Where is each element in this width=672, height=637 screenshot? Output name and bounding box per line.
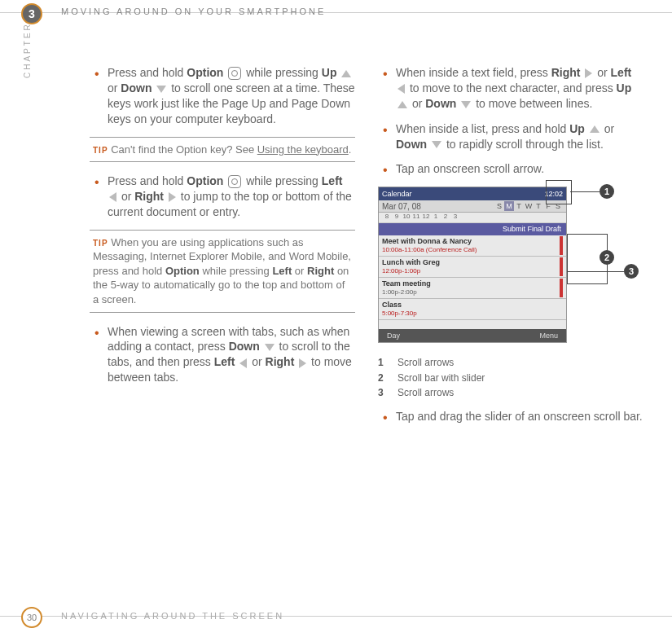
option-key-icon [228, 175, 241, 188]
callout-line [567, 271, 624, 272]
page-number-badge: 30 [21, 607, 42, 628]
device-softkeys: Day Menu [379, 329, 566, 342]
tip-box: TIP Can't find the Option key? See Using… [90, 137, 355, 163]
list-item: When inside a list, press and hold Up or… [378, 121, 643, 152]
list-item: Tap an onscreen scroll arrow. [378, 161, 643, 177]
device-titlebar: Calendar 12:02 [379, 187, 566, 200]
callout-badge-1: 1 [600, 184, 614, 199]
up-arrow-icon [397, 101, 407, 108]
device-hour-row: 89101112123 [379, 213, 566, 223]
list-item: Tap and drag the slider of an onscreen s… [378, 409, 643, 424]
legend-row: 3Scroll arrows [378, 386, 643, 399]
right-arrow-icon [585, 68, 592, 78]
device-event-row: Class 5:00p-7:30p [379, 299, 566, 320]
callout-line [570, 191, 600, 192]
left-column: Press and hold Option while pressing Up … [90, 65, 355, 434]
list-item: Press and hold Option while pressing Lef… [90, 174, 355, 220]
down-arrow-icon [432, 141, 441, 148]
legend-row: 1Scroll arrows [378, 356, 643, 369]
down-arrow-icon [461, 101, 471, 108]
tip-label: TIP [93, 239, 108, 248]
callout-box [546, 180, 572, 204]
right-arrow-icon [299, 358, 306, 368]
list-item: When viewing a screen with tabs, such as… [90, 324, 355, 386]
device-event-row: Lunch with Greg 12:00p-1:00p [379, 257, 566, 278]
down-arrow-icon [156, 86, 166, 93]
tip-label: TIP [93, 146, 108, 155]
content-area: Press and hold Option while pressing Up … [90, 65, 643, 434]
chapter-number-badge: 3 [21, 3, 42, 24]
footer-title: NAVIGATING AROUND THE SCREEN [61, 611, 284, 621]
list-item: Press and hold Option while pressing Up … [90, 65, 355, 127]
right-arrow-icon [169, 192, 176, 202]
page-header: 3 MOVING AROUND ON YOUR SMARTPHONE [0, 0, 672, 28]
down-arrow-icon [265, 344, 275, 351]
up-arrow-icon [341, 70, 351, 77]
device-event-row: Meet with Donna & Nancy 10:00a-11:00a (C… [379, 235, 566, 257]
legend-row: 2Scroll bar with slider [378, 371, 643, 384]
left-arrow-icon [397, 84, 405, 94]
callout-legend: 1Scroll arrows 2Scroll bar with slider 3… [378, 356, 643, 399]
callout-badge-2: 2 [600, 250, 614, 265]
option-key-icon [228, 67, 241, 80]
right-column: When inside a text field, press Right or… [378, 65, 643, 434]
callout-badge-3: 3 [624, 264, 639, 279]
left-arrow-icon [109, 192, 116, 202]
device-submit-bar: Submit Final Draft [379, 223, 566, 235]
device-screenshot: Calendar 12:02 Mar 07, 08 S M T W T F S … [378, 187, 567, 343]
header-title: MOVING AROUND ON YOUR SMARTPHONE [61, 7, 326, 16]
keyboard-link[interactable]: Using the keyboard [257, 143, 349, 156]
page-footer: 30 NAVIGATING AROUND THE SCREEN [0, 604, 672, 629]
device-date-row: Mar 07, 08 S M T W T F S [379, 200, 566, 213]
chapter-side-label: CHAPTER [23, 22, 32, 78]
list-item: When inside a text field, press Right or… [378, 65, 643, 112]
up-arrow-icon [590, 125, 600, 133]
device-screenshot-wrap: Calendar 12:02 Mar 07, 08 S M T W T F S … [378, 187, 643, 349]
device-event-row: Team meeting 1:00p-2:00p [379, 278, 566, 299]
tip-box: TIP When you are using applications such… [90, 230, 355, 313]
left-arrow-icon [239, 358, 247, 368]
